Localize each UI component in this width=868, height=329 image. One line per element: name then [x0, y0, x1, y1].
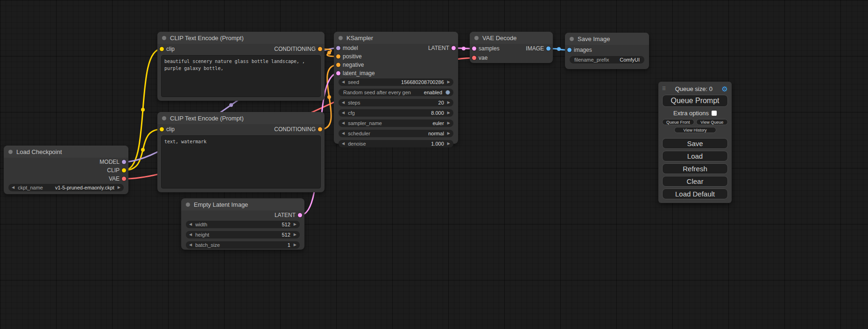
increment-arrow-icon[interactable]: ▶ — [294, 233, 296, 237]
widget-ckpt-name[interactable]: ◀ ckpt_name v1-5-pruned-emaonly.ckpt ▶ — [8, 184, 124, 191]
prompt-textarea[interactable]: text, watermark — [161, 135, 321, 189]
decrement-arrow-icon[interactable]: ◀ — [342, 142, 345, 146]
output-label-image: IMAGE — [526, 45, 544, 52]
collapse-dot-icon[interactable] — [474, 36, 479, 40]
decrement-arrow-icon[interactable]: ◀ — [189, 243, 192, 247]
node-vae-decode[interactable]: VAE Decode samples IMAGE vae — [470, 32, 553, 63]
output-label-model: MODEL — [99, 159, 120, 165]
decrement-arrow-icon[interactable]: ◀ — [342, 80, 345, 84]
increment-arrow-icon[interactable]: ▶ — [447, 80, 450, 84]
link-midpoint-dot — [327, 51, 331, 55]
widget-seed[interactable]: ◀ seed 156680208700286 ▶ — [339, 78, 453, 86]
output-port-conditioning[interactable] — [318, 47, 322, 51]
queue-front-button[interactable]: Queue Front — [662, 119, 694, 125]
input-port-positive[interactable] — [336, 55, 340, 59]
output-port-vae[interactable] — [122, 177, 126, 181]
output-port-latent[interactable] — [298, 213, 302, 217]
node-empty-latent-image[interactable]: Empty Latent Image LATENT ◀ width 512 ▶ … — [181, 198, 304, 250]
prompt-textarea[interactable]: beautiful scenery nature glass bottle la… — [161, 55, 321, 97]
node-title: Empty Latent Image — [194, 201, 248, 208]
next-arrow-icon[interactable]: ▶ — [447, 121, 450, 125]
widget-label: batch_size — [195, 242, 220, 248]
next-arrow-icon[interactable]: ▶ — [118, 186, 120, 189]
link-midpoint-dot — [141, 108, 145, 112]
next-arrow-icon[interactable]: ▶ — [447, 132, 450, 135]
node-header[interactable]: CLIP Text Encode (Prompt) — [157, 112, 325, 124]
settings-gear-icon[interactable]: ⚙ — [722, 85, 728, 92]
increment-arrow-icon[interactable]: ▶ — [294, 243, 296, 247]
widget-sampler-name[interactable]: ◀ sampler_name euler ▶ — [339, 119, 453, 127]
input-port-clip[interactable] — [160, 47, 164, 51]
input-port-latent-image[interactable] — [336, 71, 340, 76]
slot-row: LATENT — [181, 210, 304, 220]
decrement-arrow-icon[interactable]: ◀ — [189, 233, 192, 237]
input-label-model: model — [343, 45, 358, 51]
collapse-dot-icon[interactable] — [339, 36, 343, 40]
widget-value: 156680208700286 — [401, 79, 444, 85]
input-port-images[interactable] — [567, 48, 572, 52]
output-port-latent[interactable] — [452, 46, 456, 50]
view-queue-button[interactable]: View Queue — [696, 119, 728, 125]
widget-value: 1.000 — [431, 141, 444, 147]
widget-steps[interactable]: ◀ steps 20 ▶ — [339, 99, 453, 106]
increment-arrow-icon[interactable]: ▶ — [294, 223, 296, 226]
widget-height[interactable]: ◀ height 512 ▶ — [186, 231, 300, 238]
queue-prompt-button[interactable]: Queue Prompt — [662, 95, 728, 107]
slot-row: samples IMAGE — [470, 44, 553, 53]
graph-canvas[interactable]: Load Checkpoint MODEL CLIP VAE ◀ ckpt_na… — [0, 0, 868, 329]
input-port-samples[interactable] — [472, 47, 476, 51]
widget-width[interactable]: ◀ width 512 ▶ — [186, 221, 300, 228]
widget-denoise[interactable]: ◀ denoise 1.000 ▶ — [339, 140, 453, 147]
wire-clip-to-positive-encode — [124, 49, 162, 170]
load-default-button[interactable]: Load Default — [662, 189, 728, 199]
save-button[interactable]: Save — [662, 138, 728, 149]
node-header[interactable]: Save Image — [565, 33, 649, 45]
node-clip-text-encode-negative[interactable]: CLIP Text Encode (Prompt) clip CONDITION… — [157, 112, 325, 192]
prev-arrow-icon[interactable]: ◀ — [342, 132, 345, 135]
collapse-dot-icon[interactable] — [570, 37, 574, 41]
decrement-arrow-icon[interactable]: ◀ — [342, 101, 345, 105]
refresh-button[interactable]: Refresh — [662, 163, 728, 174]
node-save-image[interactable]: Save Image images filename_prefix ComfyU… — [565, 33, 649, 69]
input-port-vae[interactable] — [472, 56, 476, 60]
clear-button[interactable]: Clear — [662, 176, 728, 187]
input-port-negative[interactable] — [336, 63, 340, 67]
node-header[interactable]: CLIP Text Encode (Prompt) — [157, 32, 325, 44]
output-port-conditioning[interactable] — [318, 127, 322, 132]
collapse-dot-icon[interactable] — [8, 150, 13, 154]
node-header[interactable]: Load Checkpoint — [4, 146, 128, 158]
node-header[interactable]: KSampler — [334, 32, 458, 44]
widget-random-seed-toggle[interactable]: Random seed after every gen enabled — [339, 89, 453, 96]
collapse-dot-icon[interactable] — [186, 203, 190, 207]
decrement-arrow-icon[interactable]: ◀ — [189, 223, 192, 226]
increment-arrow-icon[interactable]: ▶ — [447, 111, 450, 115]
output-port-image[interactable] — [546, 47, 550, 51]
increment-arrow-icon[interactable]: ▶ — [447, 142, 450, 146]
node-load-checkpoint[interactable]: Load Checkpoint MODEL CLIP VAE ◀ ckpt_na… — [4, 146, 128, 194]
increment-arrow-icon[interactable]: ▶ — [447, 101, 450, 105]
widget-batch-size[interactable]: ◀ batch_size 1 ▶ — [186, 241, 300, 249]
node-clip-text-encode-positive[interactable]: CLIP Text Encode (Prompt) clip CONDITION… — [157, 32, 325, 101]
node-header[interactable]: VAE Decode — [470, 32, 553, 44]
input-port-model[interactable] — [336, 46, 340, 50]
decrement-arrow-icon[interactable]: ◀ — [342, 111, 345, 115]
collapse-dot-icon[interactable] — [162, 116, 166, 120]
load-button[interactable]: Load — [662, 151, 728, 161]
output-port-model[interactable] — [122, 160, 126, 164]
view-history-button[interactable]: View History — [674, 127, 716, 133]
widget-filename-prefix[interactable]: filename_prefix ComfyUI — [570, 56, 644, 63]
prev-arrow-icon[interactable]: ◀ — [342, 121, 345, 125]
output-port-clip[interactable] — [122, 168, 126, 173]
node-header[interactable]: Empty Latent Image — [181, 198, 304, 210]
collapse-dot-icon[interactable] — [162, 36, 166, 40]
drag-handle-icon[interactable]: ⠿ — [662, 86, 666, 92]
slot-row: clip CONDITIONING — [157, 44, 325, 54]
extra-options-checkbox[interactable] — [712, 111, 717, 116]
node-ksampler[interactable]: KSampler model LATENT positive negative … — [334, 32, 458, 144]
widget-scheduler[interactable]: ◀ scheduler normal ▶ — [339, 130, 453, 137]
prev-arrow-icon[interactable]: ◀ — [12, 186, 14, 189]
toggle-icon[interactable] — [445, 90, 450, 95]
input-port-clip[interactable] — [160, 127, 164, 132]
widget-cfg[interactable]: ◀ cfg 8.000 ▶ — [339, 109, 453, 117]
input-label-samples: samples — [479, 45, 500, 52]
